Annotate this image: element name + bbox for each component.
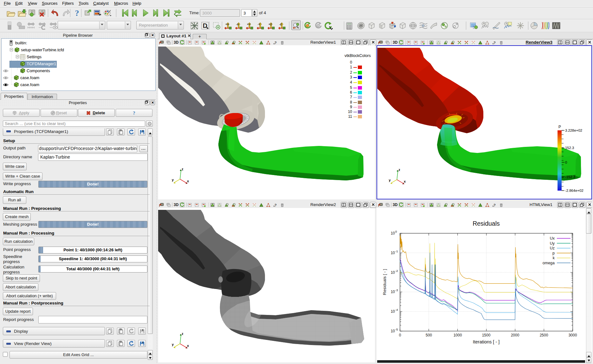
svg-text:-1: -1	[395, 249, 398, 253]
svg-text:500: 500	[426, 333, 432, 337]
svg-text:Ux: Ux	[550, 236, 555, 241]
svg-text:?: ?	[75, 9, 79, 17]
svg-text:152.3: 152.3	[565, 146, 574, 150]
svg-text:3000: 3000	[569, 333, 577, 337]
svg-text:vtkBlockColors: vtkBlockColors	[345, 53, 371, 58]
svg-text:1000: 1000	[454, 333, 462, 337]
svg-text:Iterations [ - ]: Iterations [ - ]	[473, 339, 500, 344]
svg-text:p: p	[552, 251, 555, 255]
svg-text:-152.3: -152.3	[565, 175, 575, 179]
svg-text:3: 3	[350, 75, 352, 79]
svg-text:0: 0	[565, 160, 567, 164]
svg-text:-X: -X	[236, 23, 239, 26]
svg-text:4: 4	[350, 80, 352, 85]
svg-text:10: 10	[391, 251, 395, 255]
svg-text:9: 9	[350, 105, 352, 109]
svg-text:-Y: -Y	[258, 23, 261, 26]
svg-text:10: 10	[391, 270, 395, 275]
svg-text:2: 2	[350, 70, 352, 75]
svg-text:0: 0	[395, 230, 397, 233]
svg-text:Uy: Uy	[550, 241, 555, 246]
svg-text:10: 10	[391, 231, 395, 235]
svg-text:-5: -5	[395, 328, 398, 331]
svg-text:2500: 2500	[540, 333, 548, 337]
svg-text:1500: 1500	[482, 333, 491, 337]
svg-text:z: z	[398, 168, 400, 172]
svg-text:0: 0	[399, 333, 401, 337]
svg-text:3.228e+02: 3.228e+02	[565, 129, 582, 132]
svg-text:+Y: +Y	[247, 23, 250, 26]
svg-text:1: 1	[350, 65, 352, 69]
svg-text:+Z: +Z	[268, 23, 272, 26]
svg-text:Uz: Uz	[550, 246, 555, 250]
svg-text:Residuals [ - ]: Residuals [ - ]	[382, 269, 387, 295]
svg-text:10: 10	[348, 110, 352, 114]
svg-text:-4: -4	[395, 308, 398, 311]
svg-text:2000: 2000	[511, 333, 519, 337]
svg-text:x: x	[187, 344, 189, 348]
svg-text:-2.864e+02: -2.864e+02	[565, 189, 583, 192]
svg-text:+X: +X	[225, 23, 229, 26]
svg-text:8: 8	[350, 100, 352, 104]
svg-text:11: 11	[348, 114, 352, 119]
svg-text:z: z	[182, 167, 184, 171]
svg-text:-2: -2	[395, 269, 398, 273]
svg-text:y: y	[172, 178, 174, 182]
svg-text:omega: omega	[543, 261, 555, 265]
svg-text:-3: -3	[395, 288, 398, 292]
svg-text:10: 10	[391, 309, 395, 314]
svg-text:7: 7	[350, 95, 352, 99]
svg-text:0: 0	[350, 60, 352, 65]
svg-text:x: x	[187, 179, 189, 183]
svg-text:10: 10	[391, 329, 395, 333]
svg-text:6: 6	[350, 90, 352, 95]
svg-text:P: P	[558, 125, 561, 129]
svg-text:-Z: -Z	[279, 23, 282, 26]
svg-text:10: 10	[391, 290, 395, 294]
svg-text:5: 5	[350, 85, 352, 90]
svg-text:y: y	[389, 178, 390, 182]
svg-text:z: z	[182, 332, 184, 336]
svg-text:k: k	[553, 256, 555, 260]
svg-text:x: x	[404, 179, 406, 183]
svg-text:y: y	[172, 342, 174, 346]
svg-text:D: D	[203, 22, 207, 29]
svg-text:Residuals: Residuals	[473, 220, 500, 227]
